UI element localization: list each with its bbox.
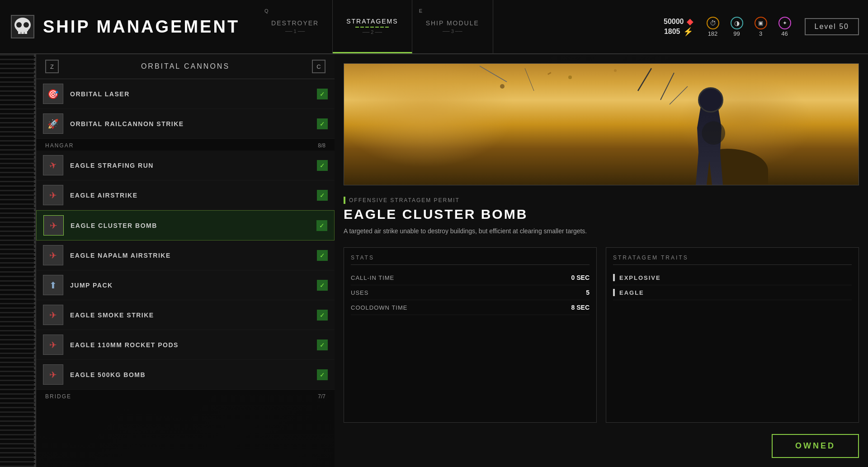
medals-icon: ⚡	[683, 27, 693, 37]
main-layout: Z ORBITAL CANNONS C 🎯 ORBITAL LASER ✓ 🚀	[0, 54, 868, 467]
smoke-icon: ✈	[49, 310, 57, 321]
tab-num-destroyer: ── 1 ──	[285, 28, 305, 34]
permit-accent-line	[344, 197, 345, 204]
requisition-icon: ◆	[687, 17, 693, 27]
item-name-airstrike: EAGLE AIRSTRIKE	[70, 192, 317, 199]
item-check-airstrike: ✓	[317, 190, 328, 201]
item-name-strafing: EAGLE STRAFING RUN	[70, 162, 317, 169]
item-check-cluster: ✓	[316, 220, 327, 231]
tab-destroyer[interactable]: Q DESTROYER ── 1 ──	[258, 0, 333, 53]
hud-half-circle: ◑ 99	[731, 17, 743, 37]
rocket-icon: ✈	[49, 340, 57, 350]
list-item[interactable]: ✈ EAGLE AIRSTRIKE ✓	[36, 180, 335, 210]
item-name-napalm: EAGLE NAPALM AIRSTRIKE	[70, 252, 317, 259]
left-sidebar	[0, 54, 36, 467]
stat-label-callin: CALL-IN TIME	[351, 274, 394, 281]
list-item[interactable]: ✈ EAGLE NAPALM AIRSTRIKE ✓	[36, 241, 335, 270]
airstrike-icon: ✈	[49, 190, 57, 201]
detail-panel: OFFENSIVE STRATAGEM PERMIT EAGLE CLUSTER…	[335, 54, 868, 467]
railcannon-icon: 🚀	[47, 118, 59, 129]
list-item-selected[interactable]: ✈ EAGLE CLUSTER BOMB ✓	[36, 210, 335, 241]
list-item[interactable]: ✈ EAGLE 110MM ROCKET PODS ✓	[36, 330, 335, 360]
soldier-silhouette	[687, 85, 732, 185]
stats-title: STATS	[351, 255, 590, 265]
header-icons: ⏱ 182 ◑ 99 ▣ 3 ✦ 46	[707, 17, 791, 37]
stratagem-key-left[interactable]: Z	[45, 60, 59, 73]
list-item[interactable]: 🎯 ORBITAL LASER ✓	[36, 79, 335, 109]
strafing-icon: ✈	[47, 159, 58, 171]
resource-medals: 1805 ⚡	[664, 27, 693, 37]
detail-info: OFFENSIVE STRATAGEM PERMIT EAGLE CLUSTER…	[344, 192, 859, 241]
traits-box: STRATAGEM TRAITS EXPLOSIVE EAGLE	[606, 247, 859, 423]
item-name-rocket: EAGLE 110MM ROCKET PODS	[70, 341, 317, 349]
tab-key-ship: E	[419, 8, 422, 14]
item-check-railcannon: ✓	[317, 118, 328, 129]
owned-button[interactable]: OWNED	[772, 434, 859, 458]
item-icon-railcannon: 🚀	[43, 113, 63, 134]
stratagem-panel-header: Z ORBITAL CANNONS C	[36, 54, 335, 79]
item-icon-orbital-laser: 🎯	[43, 84, 63, 104]
item-icon-jumppack: ⬆	[43, 275, 63, 295]
tab-key-destroyer: Q	[264, 8, 269, 14]
header-resources: 50000 ◆ 1805 ⚡	[664, 17, 693, 37]
hud-orange: ▣ 3	[755, 17, 767, 37]
header-tabs: Q DESTROYER ── 1 ── STRATAGEMS ── 2 ── E…	[258, 0, 493, 53]
item-name-500kg: EAGLE 500KG BOMB	[70, 371, 317, 378]
stratagem-panel: Z ORBITAL CANNONS C 🎯 ORBITAL LASER ✓ 🚀	[36, 54, 335, 467]
svg-point-2	[16, 22, 22, 28]
item-icon-napalm: ✈	[43, 245, 63, 265]
cluster-icon: ✈	[50, 220, 57, 231]
tab-label-destroyer: DESTROYER	[271, 19, 319, 27]
stat-row-cooldown: COOLDOWN TIME 8 SEC	[351, 300, 590, 315]
detail-permit: OFFENSIVE STRATAGEM PERMIT	[344, 197, 859, 204]
item-name-cluster: EAGLE CLUSTER BOMB	[71, 222, 316, 229]
napalm-icon: ✈	[49, 250, 57, 261]
tab-ship-module[interactable]: E SHIP MODULE ── 3 ──	[412, 0, 493, 53]
list-item[interactable]: ⬆ JUMP PACK ✓	[36, 270, 335, 300]
orange-icon: ▣	[755, 17, 767, 29]
list-item[interactable]: ✈ EAGLE SMOKE STRIKE ✓	[36, 300, 335, 330]
detail-image	[344, 63, 859, 185]
list-item[interactable]: 🚀 ORBITAL RAILCANNON STRIKE ✓	[36, 109, 335, 139]
trait-label-eagle: EAGLE	[619, 289, 644, 296]
tab-active-indicator	[355, 27, 389, 28]
clock-icon: ⏱	[707, 17, 719, 29]
category-bridge-count: 7/7	[318, 393, 326, 400]
item-check-napalm: ✓	[317, 250, 328, 261]
resource-group-main: 50000 ◆ 1805 ⚡	[664, 17, 693, 37]
item-check-strafing: ✓	[317, 160, 328, 171]
tab-stratagems[interactable]: STRATAGEMS ── 2 ──	[333, 0, 412, 53]
skull-icon	[9, 13, 36, 40]
header: SHIP MANAGEMENT Q DESTROYER ── 1 ── STRA…	[0, 0, 868, 54]
item-name-smoke: EAGLE SMOKE STRIKE	[70, 311, 317, 319]
category-hangar-count: 8/8	[318, 142, 326, 149]
trait-bar-explosive	[613, 274, 615, 281]
hud-pink: ✦ 46	[778, 17, 791, 37]
trait-item-explosive: EXPLOSIVE	[613, 270, 852, 285]
level-badge: Level 50	[805, 18, 859, 35]
item-name-jumppack: JUMP PACK	[70, 282, 317, 289]
stratagem-list: 🎯 ORBITAL LASER ✓ 🚀 ORBITAL RAILCANNON S…	[36, 79, 335, 467]
stratagem-key-right[interactable]: C	[312, 60, 326, 73]
svg-point-3	[24, 22, 29, 28]
category-hangar: HANGAR 8/8	[36, 139, 335, 151]
item-name-railcannon: ORBITAL RAILCANNON STRIKE	[70, 120, 317, 127]
trait-bar-eagle	[613, 289, 615, 296]
traits-title: STRATAGEM TRAITS	[613, 255, 852, 265]
list-item[interactable]: ✈ EAGLE 500KG BOMB ✓	[36, 360, 335, 390]
requisition-value: 50000	[664, 18, 684, 26]
app-container: SHIP MANAGEMENT Q DESTROYER ── 1 ── STRA…	[0, 0, 868, 467]
detail-bottom: STATS CALL-IN TIME 0 SEC USES 5 COOLDOWN…	[344, 247, 859, 423]
category-hangar-label: HANGAR	[45, 142, 74, 149]
stat-value-uses: 5	[586, 289, 590, 296]
list-item[interactable]: ✈ EAGLE STRAFING RUN ✓	[36, 151, 335, 180]
item-icon-smoke: ✈	[43, 305, 63, 325]
jumppack-icon: ⬆	[49, 280, 57, 291]
tab-label-ship: SHIP MODULE	[426, 19, 479, 27]
item-icon-strafing: ✈	[43, 155, 63, 175]
detail-name: EAGLE CLUSTER BOMB	[344, 207, 859, 222]
stat-row-callin: CALL-IN TIME 0 SEC	[351, 270, 590, 285]
item-icon-airstrike: ✈	[43, 185, 63, 205]
item-check-orbital-laser: ✓	[317, 89, 328, 99]
item-check-jumppack: ✓	[317, 280, 328, 291]
